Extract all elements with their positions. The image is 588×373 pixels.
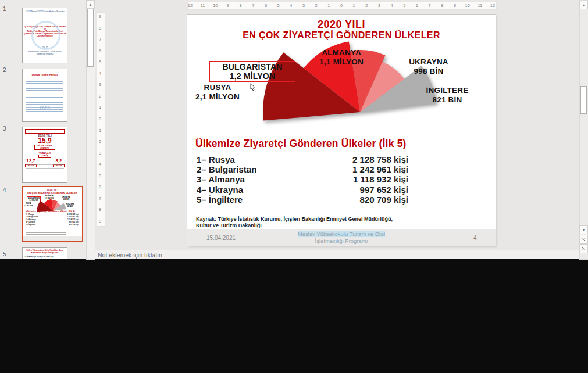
ruler-number: 8: [99, 207, 101, 212]
ruler-number: 7: [252, 3, 254, 8]
thumb2-year-watermark: 2008: [23, 105, 67, 110]
slide-page-number[interactable]: 4: [473, 235, 477, 241]
slide-thumbnail-2[interactable]: Dünya Turizm Haftası 2008: [22, 69, 67, 122]
slide-thumbnail-panel: 1 19-22 Nisan 2021 Turizm Haftası Sunumu…: [0, 0, 95, 259]
ruler-number: 2: [315, 3, 318, 8]
slide-footer-date[interactable]: 15.04.2021: [206, 235, 236, 241]
thumb3-header-box: [25, 129, 65, 134]
ruler-number: 5: [277, 3, 280, 8]
footer-line1: Meslek Yüksekokulu Turizm ve Otel: [298, 231, 385, 237]
scroll-up-button[interactable]: ▲: [579, 1, 588, 9]
ruler-number: 4: [391, 3, 393, 8]
list-item: 5– İngiltere820 709 kişi: [197, 195, 408, 205]
ruler-number: 10: [465, 3, 469, 8]
vertical-scrollbar[interactable]: [579, 0, 588, 260]
panel-scroll-up-button[interactable]: ▲: [86, 0, 95, 9]
vruler-cursor-marker: [97, 66, 103, 66]
thumb5-row: 1– İstanbul (% 39,09) 5 001 981 kişi: [24, 256, 65, 258]
slide-title-line2[interactable]: EN ÇOK ZİYARETÇİ GÖNDEREN ÜLKELER: [187, 30, 496, 41]
ruler-number: 9: [99, 218, 101, 224]
slide-thumbnail-4-selected[interactable]: 2020 YILI EN ÇOK ZİYARETÇİ GÖNDEREN ÜLKE…: [22, 186, 83, 242]
chart-label-almanya[interactable]: ALMANYA1,1 MİLYON: [304, 48, 379, 66]
list-item: 3– Almanya1 118 932 kişi: [197, 174, 408, 184]
double-chevron-down-icon: [582, 246, 586, 251]
slide-source-line2[interactable]: Kültür ve Turizm Bakanlığı: [196, 223, 262, 228]
ruler-number: 3: [302, 3, 305, 8]
ruler-number: 5: [403, 3, 405, 8]
notes-placeholder: Not eklemek için tıklatın: [98, 252, 162, 259]
vertical-ruler: 9876543210123456789: [97, 12, 105, 227]
ruler-number: 12: [188, 3, 193, 8]
ruler-number: 3: [99, 82, 101, 87]
chart-label-ingiltere[interactable]: İNGİLTERE821 BİN: [413, 86, 482, 104]
thumb4-footer: [23, 236, 82, 241]
double-chevron-up-icon: [582, 237, 586, 242]
thumb4-list: 1– Rusya2 128 758 kişi 2– Bulgaristan1 2…: [26, 213, 79, 226]
ruler-number: 3: [378, 3, 380, 8]
ruler-number: 11: [201, 3, 205, 8]
ruler-number: 7: [429, 3, 431, 8]
ruler-number: 3: [99, 150, 101, 156]
thumb3-source: [26, 175, 60, 178]
thumb4-fan-chart: [33, 199, 75, 213]
chart-label-ukrayna[interactable]: UKRAYNA998 BİN: [394, 58, 464, 76]
slide-footer-band: 15.04.2021 Meslek Yüksekokulu Turizm ve …: [187, 229, 496, 246]
horizontal-ruler: 1211109876543210123456789101112: [187, 2, 497, 10]
ruler-number: 0: [99, 116, 101, 121]
ruler-number: 7: [99, 196, 101, 201]
scroll-down-button[interactable]: ▼: [579, 225, 588, 234]
thumb1-title: 19-22 Nisan 2021 Turizm Haftası Sunumu: [24, 10, 66, 13]
ruler-number: 1: [353, 3, 355, 8]
slide-number: 4: [3, 187, 6, 193]
scrollbar-thumb[interactable]: [580, 86, 587, 114]
ruler-number: 0: [340, 3, 343, 8]
ruler-number: 8: [240, 3, 242, 8]
slide-number: 2: [3, 67, 6, 73]
slide-country-list[interactable]: 1– Rusya2 128 758 kişi 2– Bulgaristan1 2…: [197, 155, 408, 205]
thumb4-label-rusya: RUSYA2,1 MİLYON: [24, 202, 33, 207]
slide-number: 3: [3, 125, 6, 132]
slide-thumbnail-3[interactable]: 2020 YILI 15,9 MİLYON TOPLAM ZİYARETÇİ %…: [22, 127, 67, 183]
ruler-number: 8: [99, 26, 101, 31]
ruler-number: 2: [99, 94, 101, 99]
thumb1-bottom: Bartın Meslek Yüksekokulu, Turizm ve Ote…: [24, 51, 66, 55]
ruler-number: 11: [477, 3, 482, 8]
list-item: 1– Rusya2 128 758 kişi: [197, 155, 408, 164]
ruler-number: 1: [327, 3, 330, 8]
footer-line2: İşletmeciliği Programı: [315, 238, 368, 244]
workspace: 1 19-22 Nisan 2021 Turizm Haftası Sunumu…: [0, 0, 588, 259]
slide-thumbnail-5[interactable]: Gelen Yabancıların Giriş Yaptıkları Sını…: [22, 247, 67, 259]
slide-thumbnail-1[interactable]: 19-22 Nisan 2021 Turizm Haftası Sunumu 1…: [22, 8, 67, 63]
list-item: 4– Ukrayna997 652 kişi: [197, 185, 408, 195]
next-slide-button[interactable]: [579, 244, 588, 253]
ruler-number: 7: [99, 37, 101, 42]
slide-list-heading[interactable]: Ülkemize Ziyaretçi Gönderen Ülkeler (İlk…: [195, 138, 407, 150]
thumb2-paragraph: [26, 80, 63, 95]
chart-label-bulgaristan[interactable]: BULGARİSTAN1,2 MİLYON: [209, 61, 295, 82]
thumb2-title: Dünya Turizm Haftası: [23, 73, 67, 76]
slide-source-line1[interactable]: Kaynak: Türkiye İstatistik Kurumu, İçişl…: [196, 216, 393, 222]
list-item: 2– Bulgaristan1 242 961 kişi: [197, 164, 408, 174]
thumb5-title: Gelen Yabancıların Giriş Yaptıkları Sını…: [23, 249, 67, 254]
chart-label-rusya[interactable]: RUSYA2,1 MİLYON: [184, 83, 251, 101]
ruler-number: 2: [365, 3, 368, 8]
thumb1-year: 2008: [23, 45, 67, 49]
notes-pane[interactable]: Not eklemek için tıklatın: [95, 250, 579, 259]
screen: Ayşe GENÇ L... Burhan Bayra...: [0, 0, 588, 373]
ruler-number: 4: [99, 71, 101, 76]
slide-canvas[interactable]: 2020 YILI EN ÇOK ZİYARETÇİ GÖNDEREN ÜLKE…: [187, 15, 496, 246]
thumb3-table: [26, 164, 64, 173]
ruler-number: 9: [99, 14, 101, 19]
ruler-number: 6: [416, 3, 418, 8]
mouse-cursor-icon: [250, 83, 256, 91]
thumb3-cap: MİLYON TOPLAM ZİYARETÇİ: [34, 145, 55, 150]
previous-slide-button[interactable]: [579, 235, 588, 244]
slide-number: 1: [3, 6, 6, 12]
panel-scrollbar-thumb[interactable]: [87, 9, 94, 67]
ruler-number: 9: [454, 3, 456, 8]
ruler-number: 1: [99, 128, 101, 133]
ruler-number: 5: [99, 59, 101, 64]
slide-footer-center[interactable]: Meslek Yüksekokulu Turizm ve Otel İşletm…: [283, 231, 400, 245]
thumb3-big: 15,9: [23, 137, 67, 144]
slide-title-line1[interactable]: 2020 YILI: [187, 19, 496, 31]
